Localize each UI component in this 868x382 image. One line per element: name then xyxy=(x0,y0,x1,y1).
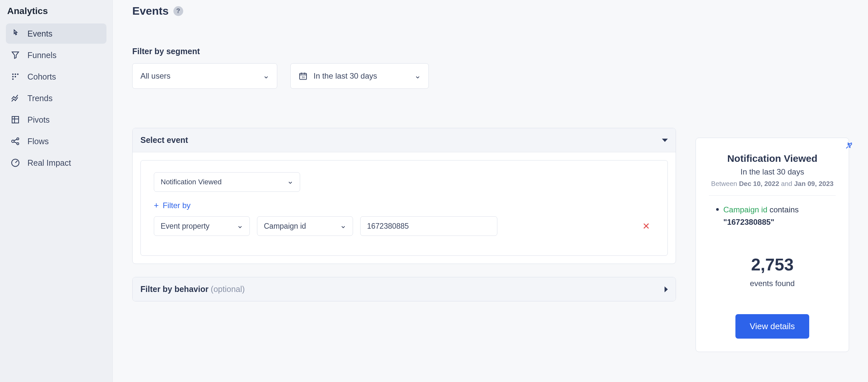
property-value-input[interactable] xyxy=(360,216,497,236)
right-column: Notification Viewed In the last 30 days … xyxy=(695,5,852,369)
sidebar-item-flows[interactable]: Flows xyxy=(6,131,106,151)
nav-label: Trends xyxy=(27,94,53,103)
users-dropdown[interactable]: All users xyxy=(132,63,277,89)
svg-point-5 xyxy=(12,78,14,80)
and-label: and xyxy=(781,180,792,187)
sidebar-item-events[interactable]: Events xyxy=(6,24,106,44)
nav-label: Cohorts xyxy=(27,72,56,81)
page-title: Events xyxy=(132,5,169,17)
sidebar-item-trends[interactable]: Trends xyxy=(6,88,106,108)
dropdown-value: Campaign id xyxy=(264,222,306,231)
date-from: Dec 10, 2022 xyxy=(739,180,779,187)
filter-value: "1672380885" xyxy=(723,217,774,227)
dropdown-value: All users xyxy=(141,71,170,80)
panel-header-label: Select event xyxy=(141,135,188,145)
filter-controls-row: Event property Campaign id xyxy=(154,216,654,236)
filter-by-label: Filter by xyxy=(163,201,190,210)
pivots-icon xyxy=(10,115,20,125)
svg-point-2 xyxy=(17,73,19,75)
panel-header-label: Filter by behavior (optional) xyxy=(141,284,245,294)
nav-list: Events Funnels Cohorts Trends Pivots xyxy=(6,24,106,173)
dropdown-value: Event property xyxy=(161,222,210,231)
event-name-dropdown[interactable]: Notification Viewed xyxy=(154,172,300,192)
summary-title: Notification Viewed xyxy=(709,153,836,164)
summary-card: Notification Viewed In the last 30 days … xyxy=(695,138,849,352)
left-column: Events ? Filter by segment All users 30 … xyxy=(132,5,676,369)
view-details-button[interactable]: View details xyxy=(736,314,809,339)
help-icon[interactable]: ? xyxy=(174,6,183,16)
close-icon: ✕ xyxy=(642,221,650,231)
funnel-icon xyxy=(10,50,20,60)
nav-label: Funnels xyxy=(27,50,57,60)
chevron-down-icon xyxy=(287,179,293,185)
plus-icon: + xyxy=(154,200,159,210)
property-type-dropdown[interactable]: Event property xyxy=(154,216,250,236)
nav-label: Pivots xyxy=(27,115,50,125)
caret-down-icon xyxy=(662,139,668,142)
sidebar: Analytics Events Funnels Cohorts Trends xyxy=(0,0,113,382)
sidebar-item-funnels[interactable]: Funnels xyxy=(6,45,106,65)
chevron-down-icon xyxy=(415,73,421,79)
event-count: 2,753 xyxy=(709,255,836,274)
event-config-box: Notification Viewed + Filter by Event pr… xyxy=(141,160,668,256)
select-event-body: Notification Viewed + Filter by Event pr… xyxy=(132,152,676,264)
behavior-label: Filter by behavior xyxy=(141,284,208,293)
speedometer-icon xyxy=(10,158,20,168)
svg-rect-6 xyxy=(12,116,19,123)
cohorts-icon xyxy=(10,72,20,81)
chevron-down-icon xyxy=(263,73,269,79)
calendar-icon: 30 xyxy=(299,71,308,80)
filter-behavior-header[interactable]: Filter by behavior (optional) xyxy=(132,277,676,301)
svg-point-0 xyxy=(12,73,14,75)
date-to: Jan 09, 2023 xyxy=(794,180,834,187)
filter-prop: Campaign id xyxy=(723,205,768,214)
nav-label: Events xyxy=(27,29,52,38)
trends-icon xyxy=(10,93,20,103)
sidebar-item-real-impact[interactable]: Real Impact xyxy=(6,153,106,173)
optional-label: (optional) xyxy=(211,284,245,293)
svg-point-4 xyxy=(15,76,16,78)
add-filter-link[interactable]: + Filter by xyxy=(154,200,191,210)
pointer-icon xyxy=(10,29,20,38)
date-range-dropdown[interactable]: 30 In the last 30 days xyxy=(290,63,429,89)
svg-point-1 xyxy=(15,73,16,75)
dropdown-value: Notification Viewed xyxy=(161,178,222,186)
sidebar-item-cohorts[interactable]: Cohorts xyxy=(6,67,106,87)
between-label: Between xyxy=(711,180,737,187)
events-found-label: events found xyxy=(709,279,836,288)
flows-icon xyxy=(10,136,20,146)
pin-icon[interactable] xyxy=(845,141,853,151)
nav-label: Real Impact xyxy=(27,158,71,168)
filter-summary: Campaign id contains "1672380885" xyxy=(709,204,836,229)
svg-point-8 xyxy=(17,138,19,140)
chevron-down-icon xyxy=(237,223,243,229)
caret-right-icon xyxy=(664,286,668,292)
main: Events ? Filter by segment All users 30 … xyxy=(113,0,868,382)
chevron-down-icon xyxy=(340,223,346,229)
dropdown-value: In the last 30 days xyxy=(313,71,377,80)
svg-point-9 xyxy=(17,143,19,144)
property-name-dropdown[interactable]: Campaign id xyxy=(257,216,353,236)
sidebar-item-pivots[interactable]: Pivots xyxy=(6,110,106,130)
divider xyxy=(709,196,836,196)
filter-behavior-panel: Filter by behavior (optional) xyxy=(132,277,676,302)
page-title-row: Events ? xyxy=(132,5,676,17)
svg-text:30: 30 xyxy=(302,76,305,79)
summary-subtitle: In the last 30 days xyxy=(709,167,836,176)
svg-point-3 xyxy=(12,76,14,78)
select-event-panel: Select event Notification Viewed + Filte… xyxy=(132,128,676,264)
nav-label: Flows xyxy=(27,137,49,146)
summary-date-range: Between Dec 10, 2022 and Jan 09, 2023 xyxy=(709,180,836,187)
segment-filter-row: All users 30 In the last 30 days xyxy=(132,63,676,89)
svg-point-7 xyxy=(12,140,14,143)
filter-verb: contains xyxy=(769,205,799,214)
select-event-header[interactable]: Select event xyxy=(132,128,676,152)
filter-segment-label: Filter by segment xyxy=(132,47,676,56)
sidebar-title: Analytics xyxy=(6,5,106,24)
remove-filter-button[interactable]: ✕ xyxy=(638,221,654,232)
